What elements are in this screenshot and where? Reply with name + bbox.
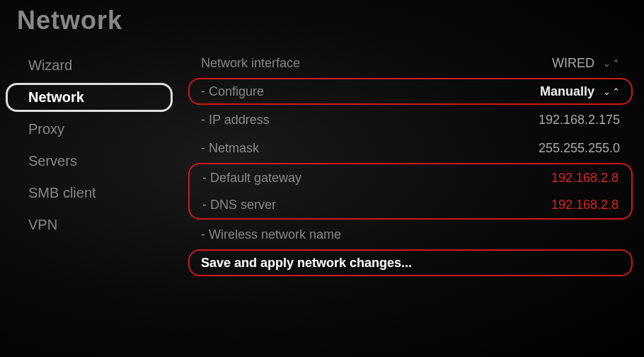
main-panel: Network interface WIRED ⌄ ⌃ - Configure … [184,48,644,357]
row-value: 192.168.2.8 [551,198,619,212]
row-value: 255.255.255.0 [539,141,620,156]
chevron-down-icon: ⌄ [603,59,611,68]
sidebar-item-servers[interactable]: Servers [6,147,173,176]
row-value: WIRED [552,56,594,71]
row-label: - DNS server [202,198,551,212]
row-default-gateway[interactable]: - Default gateway 192.168.2.8 [190,164,631,191]
row-value: Manually [540,84,594,99]
row-value: 192.168.2.175 [539,113,620,128]
row-ip-address[interactable]: - IP address 192.168.2.175 [188,106,633,133]
main-container: Wizard Network Proxy Servers SMB client … [0,48,644,357]
sidebar-item-wizard[interactable]: Wizard [6,51,173,80]
sidebar-item-smb-client[interactable]: SMB client [6,178,173,208]
sidebar-item-label: VPN [28,217,57,232]
sidebar-item-label: Network [28,89,84,105]
row-netmask[interactable]: - Netmask 255.255.255.0 [188,135,633,162]
sidebar: Wizard Network Proxy Servers SMB client … [0,48,184,357]
row-label: - Netmask [201,141,539,156]
select-arrows-icon: ⌄ ⌃ [603,59,620,68]
row-label: - Configure [201,84,540,99]
page-title: Network [17,6,122,35]
sidebar-item-label: Servers [28,153,77,169]
row-label: Network interface [201,56,552,71]
sidebar-item-network[interactable]: Network [6,83,173,112]
row-group-highlighted: - Default gateway 192.168.2.8 - DNS serv… [188,163,633,220]
row-label: - Wireless network name [201,227,620,242]
sidebar-item-label: SMB client [28,185,96,200]
row-configure[interactable]: - Configure Manually ⌄ ⌃ [188,78,633,105]
sidebar-item-label: Proxy [28,121,64,137]
sidebar-item-label: Wizard [28,57,72,73]
row-label: - IP address [201,113,539,128]
sidebar-item-vpn[interactable]: VPN [6,210,173,239]
select-arrows-icon: ⌄ ⌃ [603,87,620,96]
chevron-up-icon: ⌃ [612,59,620,68]
chevron-down-icon: ⌄ [603,87,611,96]
row-label: Save and apply network changes... [201,256,620,271]
sidebar-item-proxy[interactable]: Proxy [6,115,173,144]
row-network-interface[interactable]: Network interface WIRED ⌄ ⌃ [188,50,633,76]
row-label: - Default gateway [202,171,551,186]
save-apply-button[interactable]: Save and apply network changes... [188,249,633,276]
row-value: 192.168.2.8 [551,171,619,186]
row-value-container: Manually ⌄ ⌃ [540,84,620,99]
row-value-container: WIRED ⌄ ⌃ [552,56,620,71]
row-dns-server[interactable]: - DNS server 192.168.2.8 [190,191,631,218]
chevron-up-icon: ⌃ [612,87,620,96]
row-wireless-name[interactable]: - Wireless network name [188,221,633,248]
